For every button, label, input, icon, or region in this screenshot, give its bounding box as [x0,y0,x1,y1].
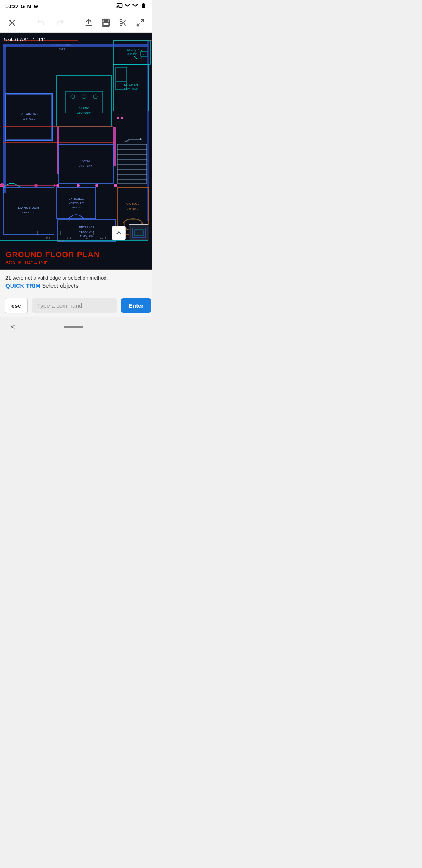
svg-line-11 [137,23,139,25]
enter-button[interactable]: Enter [121,298,151,313]
toolbar-center [35,17,66,29]
svg-point-100 [77,184,80,187]
svg-text:14'0"×15'9": 14'0"×15'9" [79,164,93,167]
command-input[interactable] [32,298,117,313]
svg-text:VESTIBULE: VESTIBULE [69,202,84,204]
svg-line-8 [124,23,126,25]
svg-text:9'-9": 9'-9" [46,236,52,239]
floor-plan-svg: STORE 10'0"×8'0" FORMAL LIVING ×15'0" VE… [0,33,152,244]
svg-rect-50 [57,127,59,174]
svg-text:VERANDAH: VERANDAH [21,112,38,116]
command-prompt: QUICK TRIM Select objects [5,282,147,289]
floor-plan-title: GROUND FLOOR PLAN [5,250,147,259]
cast-icon [116,2,123,10]
svg-text:10'0"×16'6": 10'0"×16'6" [22,117,36,120]
svg-text:25'0"×15'0": 25'0"×15'0" [21,211,36,214]
svg-text:9'-9"×19'-3": 9'-9"×19'-3" [127,208,139,210]
signal-icon [132,2,138,10]
chevron-up-button[interactable] [112,226,126,240]
svg-rect-51 [113,127,116,166]
svg-text:DINING: DINING [79,106,89,110]
svg-text:×15'0": ×15'0" [59,48,66,50]
toolbar [0,13,152,33]
gmail-icon: M [27,4,31,9]
toolbar-right [83,17,146,29]
svg-text:STORE: STORE [127,48,136,51]
battery-icon [140,2,147,10]
notification-icon: ⊕ [34,4,38,9]
svg-rect-52 [117,117,119,119]
svg-text:VERANDAH: VERANDAH [79,230,95,233]
svg-point-6 [120,23,122,26]
input-row: esc Enter [0,294,152,317]
floor-plan-scale: SCALE: 1/4" = 1'-0" [5,260,147,265]
command-action: Select objects [42,282,78,289]
title-area: GROUND FLOOR PLAN SCALE: 1/4" = 1'-0" [0,244,152,270]
svg-text:ENTRANCE: ENTRANCE [79,226,95,229]
undo-button[interactable] [35,17,46,29]
svg-text:LIVING ROOM: LIVING ROOM [18,206,39,210]
svg-text:KITCHEN: KITCHEN [124,83,138,86]
svg-rect-29 [147,41,149,221]
command-status: 21 were not a valid edge or selection me… [5,275,147,281]
svg-point-101 [95,184,98,187]
svg-text:ENTRANCE: ENTRANCE [69,197,84,200]
svg-rect-3 [104,19,108,21]
expand-button[interactable] [134,17,146,29]
esc-button[interactable]: esc [5,298,28,313]
svg-text:20'-9": 20'-9" [100,236,107,239]
svg-text:z: z [86,236,88,239]
scissors-button[interactable] [117,17,129,29]
wifi-icon [124,2,131,10]
save-button[interactable] [100,17,112,29]
upload-button[interactable] [83,17,95,29]
minimap [129,224,148,240]
command-area: 21 were not a valid edge or selection me… [0,270,152,294]
svg-text:7'-9": 7'-9" [67,236,72,239]
google-icon: G [21,4,25,9]
svg-text:66'-9": 66'-9" [57,240,64,243]
redo-button[interactable] [54,17,66,29]
svg-line-9 [122,21,123,23]
svg-rect-4 [103,23,109,25]
svg-point-5 [120,19,122,22]
coordinates-display: 574'-6 7/8", -1'-11" [4,37,46,43]
status-time-area: 10:27 G M ⊕ [5,4,38,9]
svg-rect-53 [121,117,123,119]
svg-text:UP: UP [125,139,129,142]
svg-rect-30 [3,44,148,47]
status-bar: 10:27 G M ⊕ [0,0,152,13]
time-display: 10:27 [5,4,18,9]
cad-canvas[interactable]: 574'-6 7/8", -1'-11" STORE 10'0"×8'0" FO… [0,33,152,244]
svg-point-102 [114,184,117,187]
svg-text:9'0"×9'0": 9'0"×9'0" [72,206,80,209]
svg-text:FOYER: FOYER [80,159,91,163]
close-button[interactable] [6,17,18,29]
command-name: QUICK TRIM [5,282,40,289]
back-button[interactable]: < [8,321,18,333]
svg-line-10 [141,19,143,22]
toolbar-left [6,17,18,29]
svg-text:10'0"×8'0": 10'0"×8'0" [127,53,137,55]
svg-point-99 [56,184,59,187]
nav-indicator [64,326,83,328]
nav-bar: < [0,317,152,337]
status-icons [116,2,147,10]
svg-text:GARAGE: GARAGE [126,202,139,206]
